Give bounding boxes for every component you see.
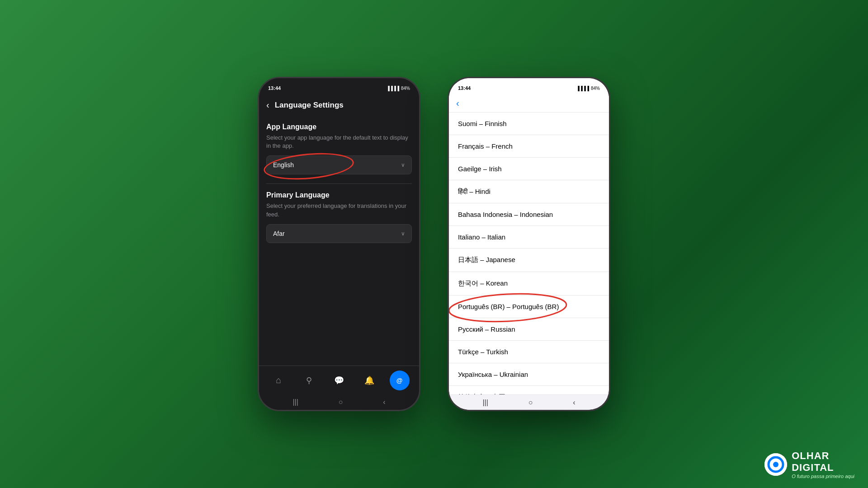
list-item[interactable]: Türkçe – Turkish: [449, 341, 609, 363]
battery-icon: 84%: [401, 86, 410, 91]
left-status-icons: ▐▐▐▐ 84%: [387, 86, 410, 91]
list-item[interactable]: Français – French: [449, 135, 609, 158]
list-item[interactable]: Italiano – Italian: [449, 226, 609, 249]
list-item-korean[interactable]: 한국어 – Korean: [449, 272, 609, 296]
nav-header: ‹ Language Settings: [259, 94, 419, 116]
list-item[interactable]: Gaeilge – Irish: [449, 158, 609, 180]
left-status-bar: 13:44 ▐▐▐▐ 84%: [259, 78, 419, 94]
divider-1: [266, 183, 412, 184]
page-title: Language Settings: [275, 101, 344, 110]
content-spacer: [259, 248, 419, 366]
app-language-desc: Select your app language for the default…: [266, 134, 412, 150]
search-nav-button[interactable]: ⚲: [299, 371, 319, 390]
home-nav-button[interactable]: ⌂: [269, 371, 288, 390]
right-menu-indicator[interactable]: |||: [482, 399, 488, 407]
bottom-navigation: ⌂ ⚲ 💬 🔔 @: [259, 366, 419, 394]
home-indicator-right: ||| ○ ‹: [449, 394, 609, 410]
list-item[interactable]: Українська – Ukrainian: [449, 363, 609, 386]
list-item-portuguese[interactable]: Português (BR) – Português (BR): [449, 296, 609, 318]
primary-language-title: Primary Language: [266, 191, 412, 199]
left-phone: 13:44 ▐▐▐▐ 84% ‹ Language Settings App L…: [258, 77, 420, 411]
home-icon: ⌂: [276, 375, 281, 385]
app-language-title: App Language: [266, 123, 412, 131]
settings-body: App Language Select your app language fo…: [259, 116, 419, 248]
chevron-down-icon-2: ∨: [401, 230, 405, 237]
back-button[interactable]: ‹: [266, 100, 269, 110]
olhar-digital-logo-icon: [764, 453, 787, 476]
right-battery-icon: 84%: [591, 86, 600, 91]
right-status-time: 13:44: [458, 85, 471, 91]
right-status-icons: ▐▐▐▐ 84%: [576, 86, 600, 91]
language-list: ‹ Suomi – Finnish Français – French Gaei…: [449, 94, 609, 394]
list-item[interactable]: 日本語 – Japanese: [449, 249, 609, 272]
search-icon: ⚲: [306, 375, 312, 385]
right-back-indicator[interactable]: ‹: [573, 399, 575, 407]
list-item[interactable]: Русский – Russian: [449, 318, 609, 341]
right-signal-icon: ▐▐▐▐: [576, 86, 589, 91]
chat-icon: 💬: [334, 375, 344, 385]
right-home-indicator-circle[interactable]: ○: [528, 399, 533, 407]
watermark-text-container: OLHARDIGITAL O futuro passa primeiro aqu…: [792, 450, 854, 479]
profile-icon: @: [396, 377, 403, 384]
list-item[interactable]: Suomi – Finnish: [449, 113, 609, 135]
list-item[interactable]: 简体中文（中国）– Chinese (Simplified): [449, 386, 609, 394]
profile-nav-button[interactable]: @: [390, 371, 410, 390]
home-indicator-left: ||| ○ ‹: [259, 394, 419, 410]
app-language-value: English: [273, 161, 294, 169]
list-item[interactable]: Bahasa Indonesia – Indonesian: [449, 203, 609, 226]
app-language-dropdown[interactable]: English ∨: [266, 155, 412, 174]
back-indicator[interactable]: ‹: [383, 398, 385, 406]
watermark-tagline: O futuro passa primeiro aqui: [792, 474, 854, 479]
primary-language-value: Afar: [273, 230, 285, 237]
right-phone: 13:44 ▐▐▐▐ 84% ‹ Suomi – Finnish: [448, 77, 610, 411]
primary-language-desc: Select your preferred language for trans…: [266, 202, 412, 218]
watermark-brand-name: OLHARDIGITAL: [792, 450, 854, 474]
right-nav-header: ‹: [449, 94, 609, 113]
watermark: OLHARDIGITAL O futuro passa primeiro aqu…: [764, 450, 854, 479]
right-status-bar: 13:44 ▐▐▐▐ 84%: [449, 78, 609, 94]
watermark-logo: [764, 453, 787, 476]
signal-icon: ▐▐▐▐: [387, 86, 399, 91]
svg-point-3: [773, 462, 778, 467]
primary-language-dropdown[interactable]: Afar ∨: [266, 224, 412, 243]
menu-indicator[interactable]: |||: [292, 398, 298, 406]
chat-nav-button[interactable]: 💬: [329, 371, 349, 390]
bell-nav-button[interactable]: 🔔: [359, 371, 379, 390]
bell-icon: 🔔: [364, 375, 374, 385]
right-back-button[interactable]: ‹: [456, 98, 459, 108]
chevron-down-icon: ∨: [401, 162, 405, 168]
left-status-time: 13:44: [268, 85, 281, 91]
list-item[interactable]: हिंदी – Hindi: [449, 180, 609, 203]
home-indicator-circle[interactable]: ○: [339, 398, 343, 406]
